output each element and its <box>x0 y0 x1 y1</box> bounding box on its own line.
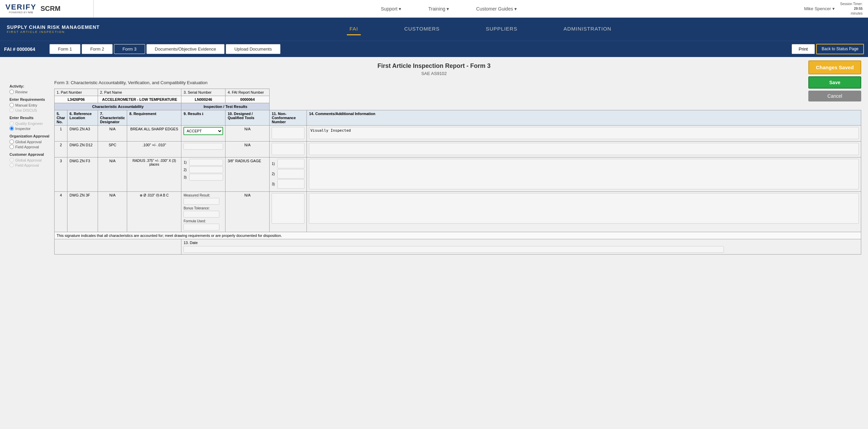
row4-des: N/A <box>98 192 127 232</box>
tab-form3[interactable]: Form 3 <box>114 44 145 54</box>
manual-entry-radio[interactable] <box>9 103 14 107</box>
inspector-radio[interactable] <box>9 126 14 131</box>
row3-result-input-2[interactable] <box>189 166 223 173</box>
row3-nc-textarea-3[interactable] <box>277 179 304 189</box>
row3-nc-textarea-2[interactable] <box>277 169 304 179</box>
fai-label: FAI # 0000064 <box>4 46 48 52</box>
sidebar-manual-entry[interactable]: Manual Entry <box>9 103 52 107</box>
row3-comments <box>307 157 861 192</box>
tab-upload[interactable]: Upload Documents <box>226 44 280 54</box>
training-link[interactable]: Training ▾ <box>428 6 449 12</box>
col9-info-icon: ℹ <box>202 112 203 116</box>
part-name-value: ACCELEROMETER - LOW TEMPERATURE <box>98 96 181 103</box>
brand: SUPPLY CHAIN RISK MANAGEMENT FIRST ARTIC… <box>7 24 100 34</box>
customer-guides-link[interactable]: Customer Guides ▾ <box>476 6 517 12</box>
content-area: Form 3: Characteristic Accountability, V… <box>54 80 861 255</box>
back-to-status-button[interactable]: Back to Status Page <box>816 44 864 55</box>
row2-comments-textarea[interactable] <box>309 143 859 155</box>
field-approval-radio[interactable] <box>9 145 14 149</box>
row3-ref: DWG ZN F3 <box>67 157 98 192</box>
row1-comments-textarea[interactable]: Visually Inspected <box>309 127 859 139</box>
nav-suppliers[interactable]: SUPPLIERS <box>483 23 520 35</box>
gdt-symbol: ⊕ Ø .010" ⓜ A B C <box>129 193 179 198</box>
bonus-input[interactable] <box>183 211 219 218</box>
row1-num: 1 <box>55 126 67 142</box>
nav-customers[interactable]: CUSTOMERS <box>401 23 442 35</box>
row2-des: SPC <box>98 142 127 157</box>
col7-header: 7. Characteristic Designator <box>98 110 127 126</box>
col9-header: 9. Results ℹ <box>181 110 225 126</box>
logo-area: VERIFY POWERED BY IVIS SCRM <box>5 0 94 17</box>
sidebar-inspector[interactable]: Inspector <box>9 126 52 131</box>
row3-result-cell: 1) 2) 3) <box>181 157 225 192</box>
row3-result-input-1[interactable] <box>189 159 223 166</box>
row4-nc-textarea[interactable] <box>272 193 304 224</box>
col5-header: 5. Char No. <box>55 110 67 126</box>
row3-nc-3: 3) <box>272 179 304 189</box>
col14-header: 14. Comments/Additional Information <box>307 110 861 126</box>
inspection-results-header: Inspection / Test Results <box>181 103 270 110</box>
sidebar-enter-req: Enter Requirements Manual Entry Use DISC… <box>9 97 52 112</box>
sidebar-field-approval[interactable]: Field Approval <box>9 145 52 149</box>
date-label: 13. Date <box>181 239 861 255</box>
tab-form1[interactable]: Form 1 <box>50 44 80 54</box>
cust-field-radio <box>9 163 14 167</box>
nav-fai[interactable]: FAI <box>347 23 361 35</box>
qe-radio <box>9 121 14 126</box>
row2-result-input[interactable] <box>183 143 223 150</box>
row2-ref: DWG ZN D12 <box>67 142 98 157</box>
measured-input[interactable] <box>183 198 219 205</box>
row3-nc-textarea-1[interactable] <box>277 159 304 168</box>
row1-nc-textarea[interactable] <box>272 127 304 139</box>
row2-nc-textarea[interactable] <box>272 143 304 155</box>
verify-logo: VERIFY POWERED BY IVIS <box>5 3 36 14</box>
sidebar-review[interactable]: Review <box>9 90 52 94</box>
fai-report-header: 4. FAI Report Number <box>225 89 270 96</box>
prepared-by-row: 13. Date <box>55 239 861 255</box>
enter-results-label: Enter Results <box>9 116 52 120</box>
row1-result-cell: ACCEPT REJECT N/A <box>181 126 225 142</box>
table-row: 4 DWG ZN 3F N/A ⊕ Ø .010" ⓜ A B C Measur… <box>55 192 861 232</box>
print-button[interactable]: Print <box>792 44 815 54</box>
nav-admin[interactable]: ADMINISTRATION <box>561 23 614 35</box>
floating-buttons: Changes Saved Save Cancel <box>808 60 861 101</box>
formula-input[interactable] <box>183 224 219 230</box>
sidebar-customer-approval: Customer Approval Global Approval Field … <box>9 152 52 167</box>
row1-result-select[interactable]: ACCEPT REJECT N/A <box>183 127 223 135</box>
row3-nc-inputs: 1) 2) 3) <box>272 159 304 189</box>
global-approval-radio[interactable] <box>9 139 14 144</box>
tab-docs[interactable]: Documents/Objective Evidence <box>146 44 225 54</box>
row2-nc <box>270 142 307 157</box>
customer-approval-label: Customer Approval <box>9 152 52 156</box>
row4-comments-textarea[interactable] <box>309 193 859 224</box>
signature-row: This signature indicates that all charac… <box>55 232 861 239</box>
changes-saved-button[interactable]: Changes Saved <box>808 60 861 74</box>
row1-req: BREAK ALL SHARP EDGES <box>127 126 181 142</box>
row2-result-cell <box>181 142 225 157</box>
col6-header: 6. Reference Location <box>67 110 98 126</box>
cancel-button[interactable]: Cancel <box>808 91 861 101</box>
review-radio[interactable] <box>9 90 14 94</box>
enter-req-label: Enter Requirements <box>9 97 52 101</box>
main-nav: SUPPLY CHAIN RISK MANAGEMENT FIRST ARTIC… <box>0 18 868 41</box>
table-row: 3 DWG ZN F3 N/A RADIUS .375" +/- .030" X… <box>55 157 861 192</box>
sidebar-quality-engineer: Quality Engineer <box>9 121 52 126</box>
row4-nc <box>270 192 307 232</box>
row3-result-input-3[interactable] <box>189 174 223 181</box>
row2-req: .100" +/- .010" <box>127 142 181 157</box>
row3-comments-textarea[interactable] <box>309 159 859 189</box>
activity-label: Activity: <box>9 84 52 88</box>
support-link[interactable]: Support ▾ <box>381 6 401 12</box>
row2-comments <box>307 142 861 157</box>
row4-result-group: Measured Result: Bonus Tolerance: Formul… <box>183 193 223 230</box>
row4-req: ⊕ Ø .010" ⓜ A B C <box>127 192 181 232</box>
save-button[interactable]: Save <box>808 76 861 89</box>
sidebar-global-approval[interactable]: Global Approval <box>9 139 52 144</box>
date-input[interactable] <box>183 246 724 253</box>
sidebar: Activity: Review Enter Requirements Manu… <box>7 80 54 255</box>
row4-tools: N/A <box>225 192 270 232</box>
sidebar-activity: Activity: Review <box>9 84 52 94</box>
scrm-label: SCRM <box>40 5 60 13</box>
tab-form2[interactable]: Form 2 <box>82 44 113 54</box>
user-menu[interactable]: Mike Spencer ▾ <box>804 6 834 11</box>
